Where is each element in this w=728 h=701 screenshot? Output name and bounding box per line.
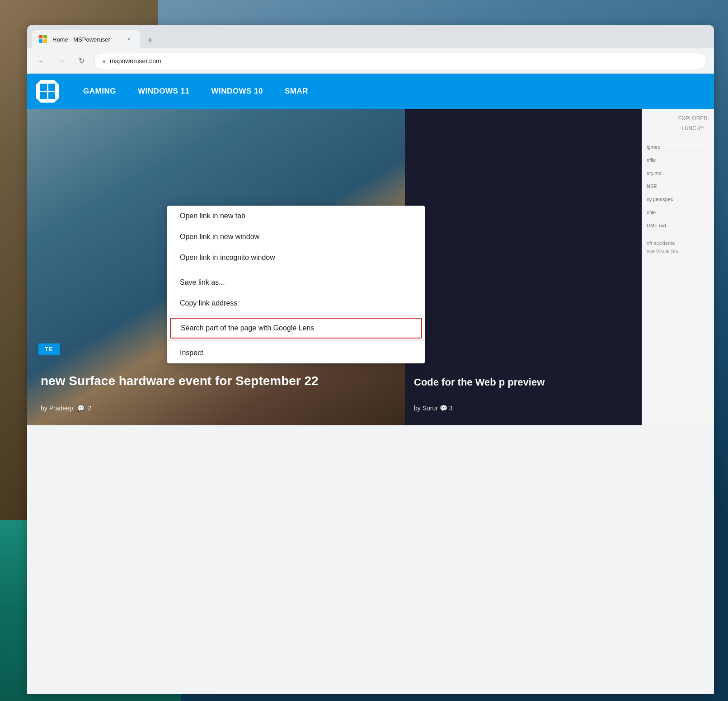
back-button[interactable]: ← [34, 54, 49, 68]
reload-button[interactable]: ↻ [74, 54, 89, 68]
tab-favicon [39, 35, 48, 44]
hero-right-panel: EXPLORER LUNCHY... ignore nfile ory.md N… [405, 109, 714, 425]
tab-title: Home - MSPoweruser [52, 36, 120, 43]
hero-right-title-text: Code for the Web p preview [414, 376, 545, 388]
hero-left-comments: 2 [88, 405, 92, 412]
context-menu-divider-3 [167, 340, 425, 341]
context-menu-copy-link[interactable]: Copy link address [167, 293, 425, 314]
context-menu-divider-1 [167, 270, 425, 270]
context-menu-inspect[interactable]: Inspect [167, 343, 425, 363]
address-bar: ← → ↻ ∨ mspoweruser.com [27, 48, 714, 74]
hero-right-meta: by Surur 💬 3 [414, 405, 453, 412]
sidebar-nfile: nfile [647, 155, 709, 165]
sidebar-gemspec: ny.gemspec [647, 195, 709, 204]
forward-button[interactable]: → [54, 54, 69, 68]
copy-link-label: Copy link address [180, 299, 237, 307]
hero-right-comments: 3 [449, 405, 453, 412]
reload-icon: ↻ [79, 56, 85, 65]
browser-window: Home - MSPoweruser × + ← → ↻ ∨ mspowerus… [27, 25, 714, 694]
context-menu-open-new-tab[interactable]: Open link in new tab [167, 206, 425, 226]
logo-quad-2 [48, 84, 56, 91]
hero-left-meta: by Pradeep 💬 2 [41, 405, 91, 412]
nav-link-gaming[interactable]: GAMING [72, 87, 127, 96]
hero-right-title: Code for the Web p preview [414, 376, 637, 389]
context-menu-google-lens[interactable]: Search part of the page with Google Lens [170, 318, 422, 339]
logo-quad-4 [48, 92, 56, 99]
sidebar-teaser: oft accidentance Visual Stu [647, 240, 709, 255]
context-menu-open-incognito[interactable]: Open link in incognito window [167, 247, 425, 268]
open-incognito-label: Open link in incognito window [180, 254, 275, 262]
url-bar[interactable]: ∨ mspoweruser.com [94, 53, 707, 69]
nav-links: GAMING WINDOWS 11 WINDOWS 10 SMAR [72, 87, 319, 96]
back-arrow-icon: ← [38, 57, 45, 65]
hero-left-new-surface: new Surface hardware event for September… [41, 374, 319, 388]
website-content: GAMING WINDOWS 11 WINDOWS 10 SMAR TE new… [27, 74, 714, 425]
hero-left-title: new Surface hardware event for September… [41, 373, 391, 389]
logo-quad-3 [40, 92, 47, 99]
nav-link-windows10[interactable]: WINDOWS 10 [200, 87, 274, 96]
sidebar-nse: NSE [647, 182, 709, 191]
hero-right-author: by Surur [414, 405, 438, 412]
url-dropdown-icon: ∨ [102, 57, 106, 65]
context-menu-open-new-window[interactable]: Open link in new window [167, 226, 425, 247]
sidebar-file2: nfile [647, 208, 709, 217]
url-text: mspoweruser.com [110, 57, 699, 65]
sidebar-lunchy-label: LUNCHY... [647, 123, 709, 133]
sidebar-explorer-label: EXPLORER [647, 113, 709, 123]
google-lens-label: Search part of the page with Google Lens [181, 324, 314, 332]
nav-link-smart[interactable]: SMAR [274, 87, 319, 96]
site-logo-inner [40, 84, 55, 99]
save-link-label: Save link as... [180, 278, 225, 287]
context-menu: Open link in new tab Open link in new wi… [167, 206, 425, 363]
open-new-tab-label: Open link in new tab [180, 212, 245, 220]
context-menu-save-link[interactable]: Save link as... [167, 272, 425, 293]
browser-tab-active[interactable]: Home - MSPoweruser × [32, 30, 140, 48]
comment-icon: 💬 [77, 405, 85, 412]
comment-icon-right: 💬 [440, 405, 447, 412]
sidebar-ignore: ignore [647, 142, 709, 152]
forward-arrow-icon: → [58, 57, 65, 65]
nav-link-windows11[interactable]: WINDOWS 11 [127, 87, 201, 96]
context-menu-divider-2 [167, 315, 425, 316]
sidebar-file-list: ignore nfile ory.md NSE ny.gemspec nfile… [647, 142, 709, 231]
hero-right-sidebar: EXPLORER LUNCHY... ignore nfile ory.md N… [642, 109, 714, 425]
tab-close-button[interactable]: × [125, 35, 133, 43]
hero-left-author: by Pradeep [41, 405, 73, 412]
site-navbar: GAMING WINDOWS 11 WINDOWS 10 SMAR [27, 74, 714, 109]
inspect-label: Inspect [180, 349, 203, 357]
new-tab-button[interactable]: + [144, 34, 156, 47]
sidebar-orymd: ory.md [647, 169, 709, 178]
site-logo [36, 80, 59, 103]
hero-tag: TE [38, 345, 60, 353]
hero-tag-text: TE [38, 343, 60, 355]
open-new-window-label: Open link in new window [180, 233, 259, 241]
logo-quad-1 [40, 84, 47, 91]
tab-bar: Home - MSPoweruser × + [27, 25, 714, 48]
sidebar-dmemd: DME.md [647, 221, 709, 231]
